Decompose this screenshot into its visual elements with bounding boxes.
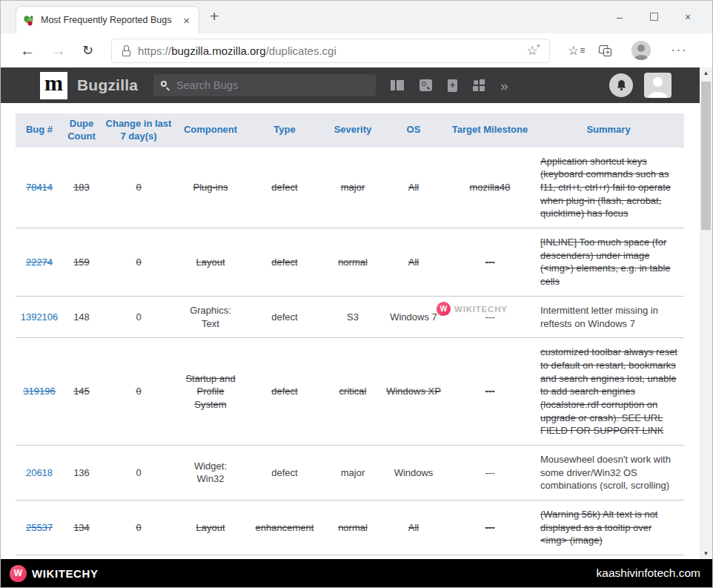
cell-dupes: 148: [63, 296, 100, 337]
cell-type: defect: [244, 228, 325, 297]
table-header-row: Bug # Dupe Count Change in last 7 day(s)…: [16, 113, 684, 148]
cell-type: enhancement: [244, 500, 325, 555]
cell-change: 0: [100, 445, 177, 500]
cell-milestone: ---: [447, 500, 533, 555]
cell-component: Widget: Win32: [177, 445, 244, 500]
scroll-up-icon[interactable]: ▲: [700, 70, 712, 76]
maximize-button[interactable]: [637, 11, 671, 23]
col-header-severity[interactable]: Severity: [325, 113, 380, 148]
browser-tab[interactable]: Most Frequently Reported Bugs ×: [16, 6, 199, 33]
apps-grid-icon[interactable]: [473, 79, 485, 91]
table-row: 13921061480Graphics: TextdefectS3Windows…: [16, 296, 684, 337]
tab-strip: Most Frequently Reported Bugs × + – ×: [1, 1, 712, 33]
cell-milestone: ---: [447, 338, 533, 446]
cell-summary: Mousewheel doesn't work with some driver…: [533, 445, 684, 500]
cell-os: All: [380, 148, 447, 228]
cell-component: Startup and Profile System: [177, 338, 244, 446]
search-placeholder: Search Bugs: [176, 79, 238, 91]
favorites-icon[interactable]: ☆≡: [568, 43, 579, 59]
footer-site: kaashivinfotech.com: [597, 566, 700, 580]
scrollbar-thumb[interactable]: [701, 82, 711, 230]
refresh-button[interactable]: ↻: [82, 42, 93, 59]
minimize-button[interactable]: –: [603, 11, 637, 23]
notifications-bell-icon[interactable]: [609, 73, 633, 97]
col-header-change[interactable]: Change in last 7 day(s): [100, 113, 177, 148]
maximize-icon: [650, 13, 658, 21]
cell-milestone: ---: [447, 445, 533, 500]
footer-bar: W WIKITECHY kaashivinfotech.com: [1, 559, 712, 587]
bug-link-cell[interactable]: 20618: [16, 445, 63, 500]
cell-dupes: 136: [63, 445, 100, 500]
bug-link-cell[interactable]: 25537: [16, 500, 63, 555]
bugzilla-favicon-icon: [23, 14, 35, 26]
bug-link[interactable]: 1392106: [21, 311, 59, 323]
bugzilla-title[interactable]: Bugzilla: [77, 76, 138, 94]
advanced-search-icon[interactable]: [419, 79, 432, 91]
col-header-milestone[interactable]: Target Milestone: [447, 113, 533, 148]
mozilla-logo[interactable]: m: [40, 72, 67, 99]
bugzilla-header: m Bugzilla Search Bugs + »: [1, 67, 700, 103]
table-row: 222741590LayoutdefectnormalAll---[INLINE…: [16, 228, 684, 297]
back-button[interactable]: ←: [20, 42, 35, 59]
browser-window: Most Frequently Reported Bugs × + – × ← …: [0, 0, 713, 588]
browser-menu-icon[interactable]: ···: [671, 44, 687, 57]
cell-change: 0: [100, 148, 177, 228]
table-row: 255371340LayoutenhancementnormalAll---(W…: [16, 500, 684, 555]
cell-dupes: 159: [63, 228, 100, 297]
new-bug-icon[interactable]: +: [448, 79, 457, 92]
bug-link-cell[interactable]: 22274: [16, 228, 63, 297]
address-bar-row: ← → ↻ https://bugzilla.mozilla.org/dupli…: [1, 33, 712, 67]
bug-link[interactable]: 319196: [23, 386, 55, 397]
cell-severity: critical: [325, 338, 380, 446]
scroll-down-icon[interactable]: ▼: [700, 550, 712, 557]
cell-summary: customized toolbar always reset to defau…: [533, 338, 684, 446]
tab-close-icon[interactable]: ×: [181, 14, 192, 27]
bug-link[interactable]: 22274: [26, 257, 53, 268]
toolbar-icons: ☆≡ + ···: [568, 41, 690, 60]
col-header-type[interactable]: Type: [244, 113, 325, 148]
bug-link-cell[interactable]: 78414: [16, 148, 63, 228]
cell-dupes: 183: [63, 148, 100, 228]
cell-summary: Application shortcut keys (keyboard comm…: [533, 148, 684, 228]
forward-button[interactable]: →: [51, 42, 66, 59]
col-header-bug[interactable]: Bug #: [16, 113, 63, 148]
bug-link-cell[interactable]: 319196: [16, 338, 63, 446]
scrollbar[interactable]: ▲ ▼: [700, 67, 712, 559]
col-header-component[interactable]: Component: [177, 113, 244, 148]
bug-link[interactable]: 78414: [26, 182, 53, 193]
sidebar-columns-icon[interactable]: [391, 80, 404, 90]
col-header-summary[interactable]: Summary: [533, 113, 684, 148]
close-window-button[interactable]: ×: [671, 11, 705, 23]
table-row: 3191961450Startup and Profile Systemdefe…: [16, 338, 684, 446]
bug-link[interactable]: 20618: [26, 467, 53, 478]
cell-severity: normal: [325, 500, 380, 555]
cell-milestone: mozilla48: [447, 148, 533, 228]
browser-profile-avatar[interactable]: [631, 41, 651, 60]
collections-icon[interactable]: +: [599, 45, 611, 56]
bug-link[interactable]: 25537: [26, 522, 53, 533]
cell-type: defect: [244, 296, 325, 337]
address-bar[interactable]: https://bugzilla.mozilla.org/duplicates.…: [111, 39, 550, 63]
search-input[interactable]: Search Bugs: [153, 74, 376, 96]
col-header-dupe-count[interactable]: Dupe Count: [63, 113, 100, 148]
duplicates-table: Bug # Dupe Count Change in last 7 day(s)…: [16, 113, 684, 559]
cell-summary: [INLINE] Too much space (for descenders)…: [533, 228, 684, 297]
footer-brand: WIKITECHY: [32, 567, 99, 580]
cell-severity: normal: [325, 228, 380, 297]
cell-summary: Intermittent letter missing in reftests …: [533, 296, 684, 337]
cell-component: Layout: [177, 500, 244, 555]
cell-dupes: 145: [63, 338, 100, 446]
user-avatar[interactable]: [644, 73, 671, 98]
bug-link-cell[interactable]: 1392106: [16, 296, 63, 337]
add-favorite-icon[interactable]: ☆+: [527, 43, 543, 59]
col-header-os[interactable]: OS: [380, 113, 447, 148]
url-text: https://bugzilla.mozilla.org/duplicates.…: [138, 44, 526, 57]
overflow-chevrons-icon[interactable]: »: [500, 79, 508, 93]
new-tab-button[interactable]: +: [210, 7, 219, 25]
cell-type: defect: [244, 445, 325, 500]
cell-severity: major: [325, 445, 380, 500]
wikitechy-footer-logo-icon: W: [10, 565, 27, 582]
cell-change: 0: [100, 500, 177, 555]
cell-type: defect: [244, 148, 325, 228]
page-content: Bug # Dupe Count Change in last 7 day(s)…: [1, 103, 700, 559]
